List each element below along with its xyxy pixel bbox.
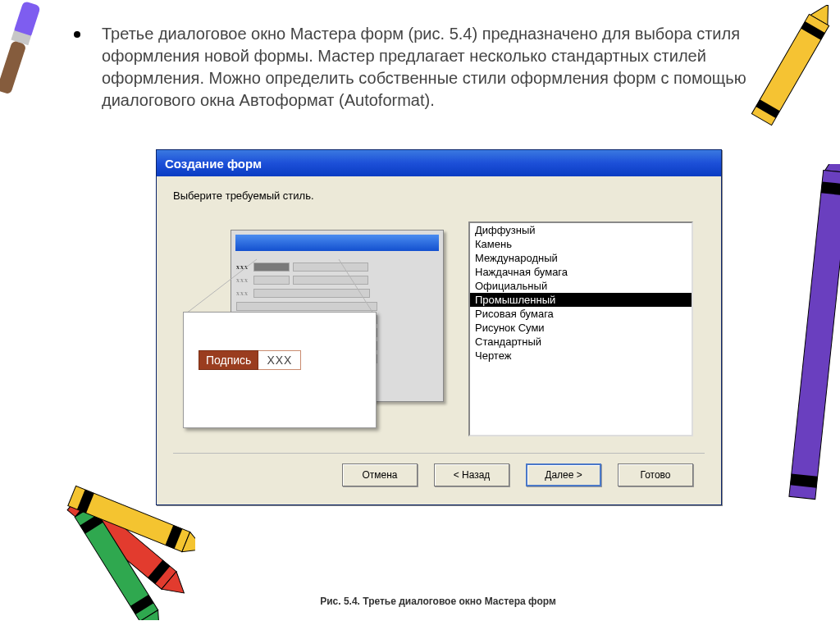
body-bullet: Третье диалоговое окно Мастера форм (рис… (74, 23, 791, 112)
crayon-icon (761, 164, 840, 517)
back-button[interactable]: < Назад (434, 463, 509, 486)
style-option[interactable]: Диффузный (470, 223, 692, 237)
style-option[interactable]: Промышленный (470, 293, 692, 307)
style-option[interactable]: Чертеж (470, 349, 692, 363)
next-button[interactable]: Далее > (526, 463, 601, 486)
finish-button[interactable]: Готово (618, 463, 693, 486)
dialog-button-row: Отмена < Назад Далее > Готово (173, 453, 705, 493)
paintbrush-icon (0, 0, 48, 103)
form-wizard-dialog: Создание форм Выберите требуемый стиль. … (156, 149, 722, 505)
dialog-prompt: Выберите требуемый стиль. (173, 189, 705, 202)
style-option[interactable]: Официальный (470, 279, 692, 293)
svg-line-24 (339, 259, 373, 313)
bullet-icon (74, 31, 80, 38)
dialog-title: Создание форм (165, 157, 262, 171)
preview-signature-label: Подпись (199, 350, 258, 370)
style-option[interactable]: Наждачная бумага (470, 265, 692, 279)
svg-rect-8 (789, 170, 840, 499)
preview-signature-value: XXX (258, 350, 301, 370)
body-text: Третье диалоговое окно Мастера форм (рис… (102, 23, 791, 112)
dialog-titlebar[interactable]: Создание форм (157, 150, 721, 176)
style-option[interactable]: Камень (470, 237, 692, 251)
style-option[interactable]: Международный (470, 251, 692, 265)
cancel-button[interactable]: Отмена (342, 463, 418, 486)
svg-rect-2 (0, 40, 26, 94)
style-option[interactable]: Стандартный (470, 335, 692, 349)
style-listbox[interactable]: ДиффузныйКаменьМеждународныйНаждачная бу… (468, 221, 693, 436)
style-preview: xxx xxx xxx (178, 221, 449, 435)
style-option[interactable]: Рисовая бумага (470, 307, 692, 321)
svg-line-23 (186, 259, 257, 313)
style-option[interactable]: Рисунок Суми (470, 321, 692, 335)
figure-caption: Рис. 5.4. Третье диалоговое окно Мастера… (156, 596, 720, 607)
